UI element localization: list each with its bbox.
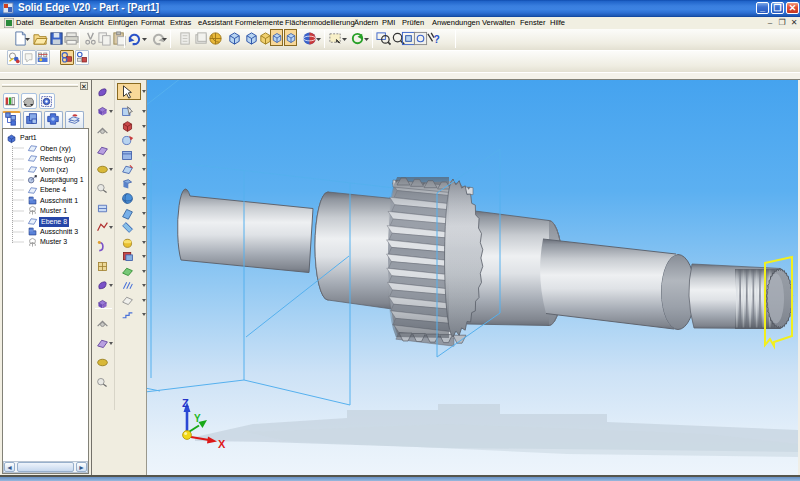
svg-text:Y: Y [194, 413, 201, 424]
svg-text:Z: Z [182, 397, 189, 409]
svg-text:?: ? [434, 34, 440, 45]
svg-text:X: X [218, 438, 226, 450]
